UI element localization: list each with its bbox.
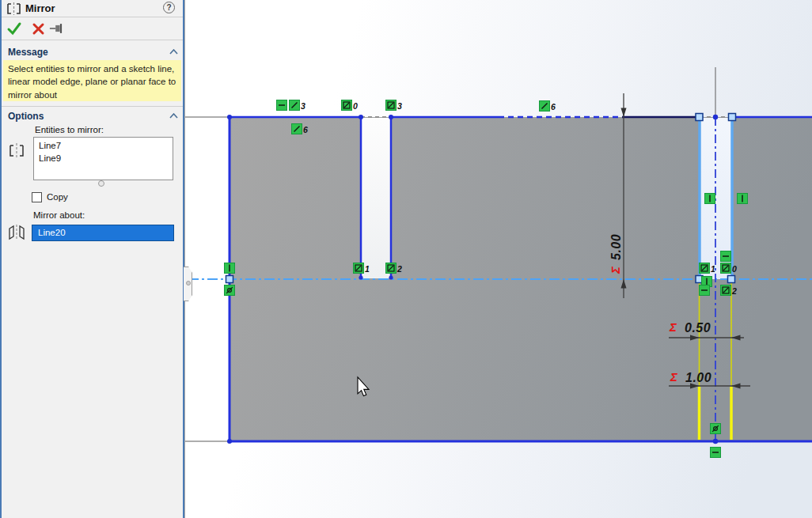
relation-badge-index: 1 <box>365 264 370 274</box>
relation-badge-vertical[interactable] <box>738 194 748 204</box>
entities-to-mirror-label: Entities to mirror: <box>35 125 104 134</box>
relation-badge-index: 0 <box>732 264 737 274</box>
relation-badge-index: 3 <box>397 101 402 111</box>
relation-badge-coincident[interactable]: 0 <box>342 100 359 112</box>
relation-badge-parallel[interactable]: 3 <box>290 100 306 112</box>
mirror-about-field[interactable]: Line20 <box>32 225 174 241</box>
relation-badge-vertical[interactable] <box>225 263 235 274</box>
entities-to-mirror-listbox[interactable]: Line7Line9 <box>33 137 173 180</box>
cancel-button[interactable] <box>31 21 47 36</box>
relation-badge-midpoint[interactable] <box>711 424 721 434</box>
relation-badge-parallel[interactable]: 6 <box>540 101 556 112</box>
mirror-feature-icon <box>6 2 21 15</box>
relation-badge-index: 1 <box>711 264 715 274</box>
chevron-up-icon[interactable] <box>169 113 178 119</box>
message-section-label: Message <box>8 47 48 58</box>
property-manager-panel: Mirror ? Message Select entities to mirr… <box>0 0 184 518</box>
relation-badge-index: 2 <box>397 264 402 274</box>
svg-text:1.00: 1.00 <box>685 371 711 384</box>
relation-badge-coincident[interactable]: 2 <box>386 263 403 274</box>
panel-collapse-grip-icon <box>186 281 191 285</box>
help-icon[interactable]: ? <box>163 2 175 13</box>
mirror-about-label: Mirror about: <box>33 210 85 220</box>
pin-button[interactable] <box>49 21 65 36</box>
svg-text:Σ: Σ <box>669 320 677 334</box>
relation-badge-coincident[interactable]: 1 <box>354 263 370 274</box>
relation-badge-parallel[interactable]: 6 <box>292 124 309 135</box>
relation-badge-vertical[interactable] <box>705 194 715 204</box>
relation-badge-coincident[interactable]: 0 <box>721 263 738 274</box>
relation-badge-coincident[interactable]: 1 <box>700 263 716 274</box>
options-section-label: Options <box>8 111 44 122</box>
svg-text:0.50: 0.50 <box>685 321 711 335</box>
ok-button[interactable] <box>6 21 22 36</box>
svg-text:Σ: Σ <box>670 370 678 384</box>
svg-text:Σ: Σ <box>609 266 622 274</box>
relation-badge-horizontal[interactable] <box>700 285 710 296</box>
svg-text:5.00: 5.00 <box>609 234 623 260</box>
panel-divider <box>184 0 185 518</box>
relation-badge-index: 0 <box>353 101 358 111</box>
relation-badge-midpoint[interactable] <box>225 285 235 296</box>
section-divider <box>2 106 183 107</box>
listbox-resize-grip[interactable] <box>98 180 104 187</box>
relation-badge-index: 6 <box>551 102 556 112</box>
copy-checkbox-label: Copy <box>47 192 68 202</box>
relation-badge-coincident[interactable]: 2 <box>721 285 738 297</box>
relation-badge-index: 6 <box>303 125 308 134</box>
mirror-about-icon <box>6 224 27 241</box>
panel-title-row: Mirror ? <box>2 0 183 17</box>
chevron-up-icon[interactable] <box>169 49 178 55</box>
solidworks-window: Σ 5.00 Σ 0.50 Σ 1.00 <box>0 0 812 518</box>
panel-actions <box>2 17 183 40</box>
relation-badge-index: 3 <box>301 101 305 111</box>
panel-title: Mirror <box>25 2 55 14</box>
options-section-header[interactable]: Options <box>2 109 183 123</box>
copy-checkbox[interactable] <box>32 192 42 202</box>
list-item[interactable]: Line7 <box>39 139 173 152</box>
entities-to-mirror-icon <box>8 143 25 158</box>
relation-badge-horizontal[interactable] <box>711 448 721 458</box>
relation-badge-horizontal[interactable] <box>277 100 287 111</box>
message-section-header[interactable]: Message <box>2 45 183 59</box>
relation-badge-index: 2 <box>731 286 737 296</box>
message-text: Select entities to mirror and a sketch l… <box>3 60 181 101</box>
relation-badge-coincident[interactable]: 3 <box>386 100 403 112</box>
relation-badge-horizontal[interactable] <box>721 251 731 262</box>
list-item[interactable]: Line9 <box>39 152 173 164</box>
